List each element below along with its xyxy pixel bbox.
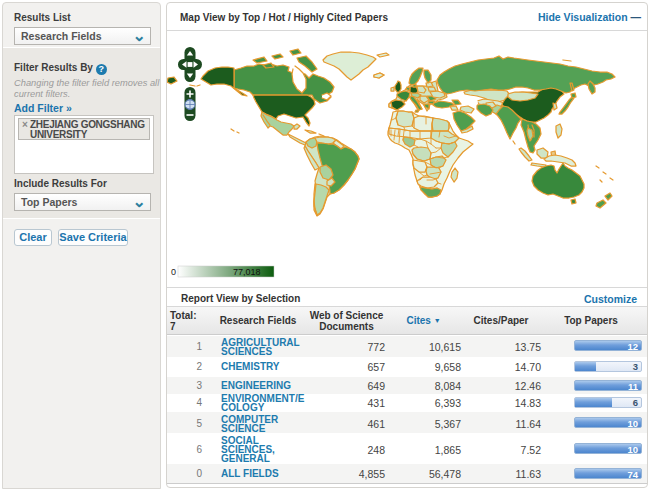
svg-text:77,018: 77,018 — [233, 267, 261, 277]
svg-text:0: 0 — [171, 267, 176, 277]
